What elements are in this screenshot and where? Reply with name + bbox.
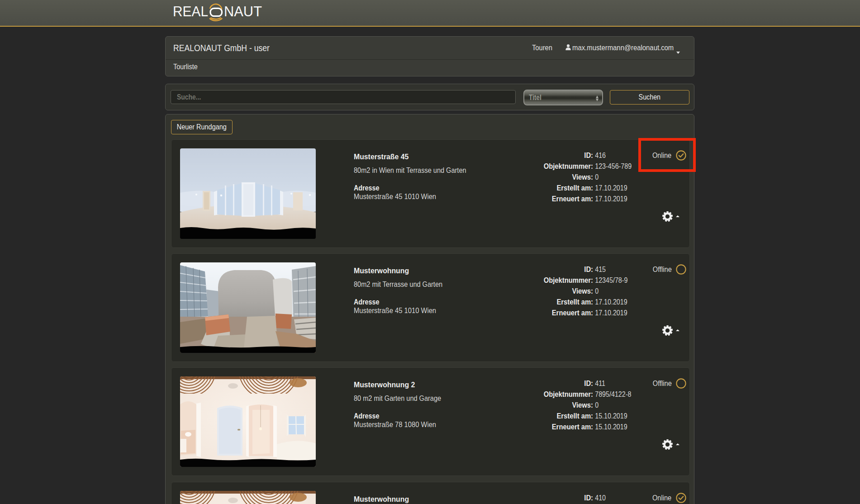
svg-text:REAL: REAL [173,4,208,19]
svg-text:NAUT: NAUT [224,4,262,19]
